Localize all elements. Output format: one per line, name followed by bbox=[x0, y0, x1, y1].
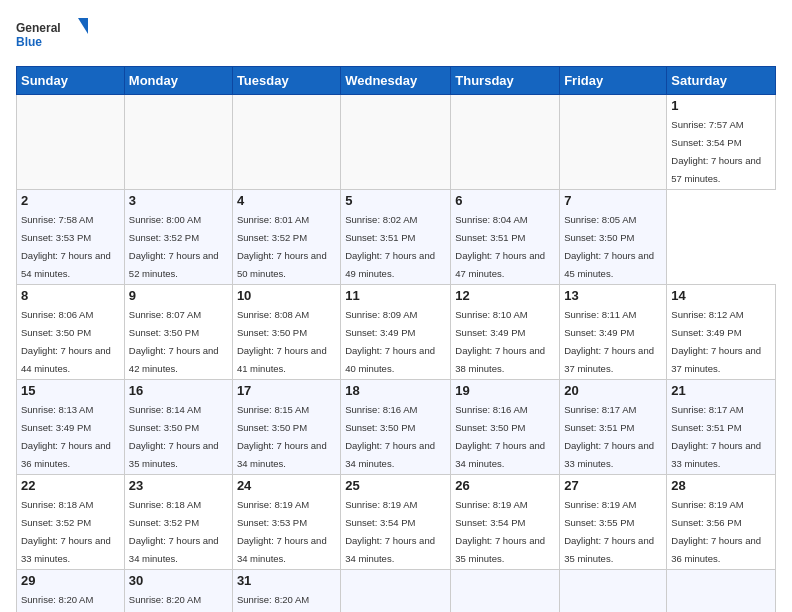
day-num: 5 bbox=[345, 193, 446, 208]
day-num: 19 bbox=[455, 383, 555, 398]
day-num: 11 bbox=[345, 288, 446, 303]
calendar-day-5: 5Sunrise: 8:02 AMSunset: 3:51 PMDaylight… bbox=[341, 190, 451, 285]
calendar-day-21: 21Sunrise: 8:17 AMSunset: 3:51 PMDayligh… bbox=[667, 380, 776, 475]
calendar-day-4: 4Sunrise: 8:01 AMSunset: 3:52 PMDaylight… bbox=[232, 190, 340, 285]
day-num: 8 bbox=[21, 288, 120, 303]
calendar-week-1: 1Sunrise: 7:57 AMSunset: 3:54 PMDaylight… bbox=[17, 95, 776, 190]
day-num: 3 bbox=[129, 193, 228, 208]
day-info: Sunrise: 8:01 AMSunset: 3:52 PMDaylight:… bbox=[237, 214, 327, 279]
day-info: Sunrise: 8:19 AMSunset: 3:54 PMDaylight:… bbox=[345, 499, 435, 564]
day-num: 21 bbox=[671, 383, 771, 398]
calendar-day-26: 26Sunrise: 8:19 AMSunset: 3:54 PMDayligh… bbox=[451, 475, 560, 570]
day-info: Sunrise: 8:17 AMSunset: 3:51 PMDaylight:… bbox=[671, 404, 761, 469]
day-header-sunday: Sunday bbox=[17, 67, 125, 95]
calendar-day-10: 10Sunrise: 8:08 AMSunset: 3:50 PMDayligh… bbox=[232, 285, 340, 380]
day-info: Sunrise: 8:16 AMSunset: 3:50 PMDaylight:… bbox=[455, 404, 545, 469]
day-info: Sunrise: 8:13 AMSunset: 3:49 PMDaylight:… bbox=[21, 404, 111, 469]
day-num: 28 bbox=[671, 478, 771, 493]
svg-text:Blue: Blue bbox=[16, 35, 42, 49]
day-info: Sunrise: 8:19 AMSunset: 3:56 PMDaylight:… bbox=[671, 499, 761, 564]
calendar-day-13: 13Sunrise: 8:11 AMSunset: 3:49 PMDayligh… bbox=[560, 285, 667, 380]
day-num: 10 bbox=[237, 288, 336, 303]
day-header-monday: Monday bbox=[124, 67, 232, 95]
day-info: Sunrise: 8:18 AMSunset: 3:52 PMDaylight:… bbox=[129, 499, 219, 564]
empty-cell bbox=[667, 570, 776, 613]
day-num: 16 bbox=[129, 383, 228, 398]
day-info: Sunrise: 8:20 AMSunset: 3:57 PMDaylight:… bbox=[21, 594, 111, 612]
day-num: 13 bbox=[564, 288, 662, 303]
day-num: 29 bbox=[21, 573, 120, 588]
day-info: Sunrise: 8:02 AMSunset: 3:51 PMDaylight:… bbox=[345, 214, 435, 279]
day-num: 22 bbox=[21, 478, 120, 493]
svg-marker-2 bbox=[78, 18, 88, 34]
day-num: 15 bbox=[21, 383, 120, 398]
day-num: 6 bbox=[455, 193, 555, 208]
header: General Blue bbox=[16, 16, 776, 54]
day-num: 24 bbox=[237, 478, 336, 493]
calendar-day-28: 28Sunrise: 8:19 AMSunset: 3:56 PMDayligh… bbox=[667, 475, 776, 570]
calendar-day-14: 14Sunrise: 8:12 AMSunset: 3:49 PMDayligh… bbox=[667, 285, 776, 380]
calendar-week-2: 2Sunrise: 7:58 AMSunset: 3:53 PMDaylight… bbox=[17, 190, 776, 285]
empty-cell bbox=[560, 570, 667, 613]
day-info: Sunrise: 8:19 AMSunset: 3:53 PMDaylight:… bbox=[237, 499, 327, 564]
calendar-week-3: 8Sunrise: 8:06 AMSunset: 3:50 PMDaylight… bbox=[17, 285, 776, 380]
day-num: 2 bbox=[21, 193, 120, 208]
calendar-day-9: 9Sunrise: 8:07 AMSunset: 3:50 PMDaylight… bbox=[124, 285, 232, 380]
day-num: 7 bbox=[564, 193, 662, 208]
calendar-day-20: 20Sunrise: 8:17 AMSunset: 3:51 PMDayligh… bbox=[560, 380, 667, 475]
day-info: Sunrise: 8:16 AMSunset: 3:50 PMDaylight:… bbox=[345, 404, 435, 469]
calendar-day-31: 31Sunrise: 8:20 AMSunset: 3:59 PMDayligh… bbox=[232, 570, 340, 613]
calendar-day-27: 27Sunrise: 8:19 AMSunset: 3:55 PMDayligh… bbox=[560, 475, 667, 570]
day-info: Sunrise: 7:57 AMSunset: 3:54 PMDaylight:… bbox=[671, 119, 761, 184]
day-num: 20 bbox=[564, 383, 662, 398]
calendar-day-16: 16Sunrise: 8:14 AMSunset: 3:50 PMDayligh… bbox=[124, 380, 232, 475]
day-info: Sunrise: 8:18 AMSunset: 3:52 PMDaylight:… bbox=[21, 499, 111, 564]
day-info: Sunrise: 8:15 AMSunset: 3:50 PMDaylight:… bbox=[237, 404, 327, 469]
calendar-day-6: 6Sunrise: 8:04 AMSunset: 3:51 PMDaylight… bbox=[451, 190, 560, 285]
logo: General Blue bbox=[16, 16, 96, 54]
day-info: Sunrise: 8:19 AMSunset: 3:55 PMDaylight:… bbox=[564, 499, 654, 564]
calendar-day-23: 23Sunrise: 8:18 AMSunset: 3:52 PMDayligh… bbox=[124, 475, 232, 570]
day-num: 23 bbox=[129, 478, 228, 493]
empty-cell bbox=[451, 95, 560, 190]
calendar-header-row: SundayMondayTuesdayWednesdayThursdayFrid… bbox=[17, 67, 776, 95]
calendar-day-17: 17Sunrise: 8:15 AMSunset: 3:50 PMDayligh… bbox=[232, 380, 340, 475]
day-header-friday: Friday bbox=[560, 67, 667, 95]
day-info: Sunrise: 8:11 AMSunset: 3:49 PMDaylight:… bbox=[564, 309, 654, 374]
logo-svg: General Blue bbox=[16, 16, 96, 54]
day-header-tuesday: Tuesday bbox=[232, 67, 340, 95]
empty-cell bbox=[560, 95, 667, 190]
day-info: Sunrise: 8:20 AMSunset: 3:58 PMDaylight:… bbox=[129, 594, 219, 612]
day-info: Sunrise: 8:14 AMSunset: 3:50 PMDaylight:… bbox=[129, 404, 219, 469]
day-num: 12 bbox=[455, 288, 555, 303]
empty-cell bbox=[341, 570, 451, 613]
day-num: 18 bbox=[345, 383, 446, 398]
calendar-day-8: 8Sunrise: 8:06 AMSunset: 3:50 PMDaylight… bbox=[17, 285, 125, 380]
day-info: Sunrise: 8:08 AMSunset: 3:50 PMDaylight:… bbox=[237, 309, 327, 374]
calendar-day-24: 24Sunrise: 8:19 AMSunset: 3:53 PMDayligh… bbox=[232, 475, 340, 570]
day-num: 9 bbox=[129, 288, 228, 303]
calendar-day-3: 3Sunrise: 8:00 AMSunset: 3:52 PMDaylight… bbox=[124, 190, 232, 285]
empty-cell bbox=[341, 95, 451, 190]
calendar-table: SundayMondayTuesdayWednesdayThursdayFrid… bbox=[16, 66, 776, 612]
calendar-week-5: 22Sunrise: 8:18 AMSunset: 3:52 PMDayligh… bbox=[17, 475, 776, 570]
day-num: 27 bbox=[564, 478, 662, 493]
day-info: Sunrise: 8:19 AMSunset: 3:54 PMDaylight:… bbox=[455, 499, 545, 564]
day-header-wednesday: Wednesday bbox=[341, 67, 451, 95]
calendar-day-11: 11Sunrise: 8:09 AMSunset: 3:49 PMDayligh… bbox=[341, 285, 451, 380]
day-num: 26 bbox=[455, 478, 555, 493]
day-info: Sunrise: 7:58 AMSunset: 3:53 PMDaylight:… bbox=[21, 214, 111, 279]
calendar-day-25: 25Sunrise: 8:19 AMSunset: 3:54 PMDayligh… bbox=[341, 475, 451, 570]
day-info: Sunrise: 8:05 AMSunset: 3:50 PMDaylight:… bbox=[564, 214, 654, 279]
day-info: Sunrise: 8:07 AMSunset: 3:50 PMDaylight:… bbox=[129, 309, 219, 374]
svg-text:General: General bbox=[16, 21, 61, 35]
day-num: 4 bbox=[237, 193, 336, 208]
calendar-day-7: 7Sunrise: 8:05 AMSunset: 3:50 PMDaylight… bbox=[560, 190, 667, 285]
calendar-day-15: 15Sunrise: 8:13 AMSunset: 3:49 PMDayligh… bbox=[17, 380, 125, 475]
day-num: 14 bbox=[671, 288, 771, 303]
calendar-day-29: 29Sunrise: 8:20 AMSunset: 3:57 PMDayligh… bbox=[17, 570, 125, 613]
calendar-day-1: 1Sunrise: 7:57 AMSunset: 3:54 PMDaylight… bbox=[667, 95, 776, 190]
calendar-day-18: 18Sunrise: 8:16 AMSunset: 3:50 PMDayligh… bbox=[341, 380, 451, 475]
empty-cell bbox=[17, 95, 125, 190]
day-info: Sunrise: 8:04 AMSunset: 3:51 PMDaylight:… bbox=[455, 214, 545, 279]
